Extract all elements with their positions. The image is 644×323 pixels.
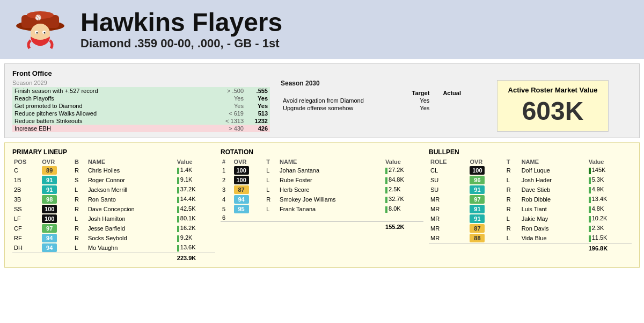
col-target: Target [401,89,432,97]
fo-goal-text: Increase EBH [12,125,216,132]
player-pos: LF [12,214,40,224]
table-row: MR 97 R Rob Dibble 13.4K [429,195,632,204]
value-bar [589,235,591,242]
rot-name: Smokey Joe Williams [278,195,384,204]
value-bar [177,216,179,222]
season-2029-label: Season 2029 [12,80,270,86]
ovr-badge: 94 [42,234,57,242]
player-name: Jesse Barfield [86,224,175,233]
bp-value: 4.8K [587,204,632,214]
market-value-box: Active Roster Market Value 603K [497,80,609,132]
player-value: 1.4K [175,166,215,175]
fo-goal-row: Reduce pitchers Walks Allowed < 619 513 [12,110,270,117]
bp-ovr: 91 [468,185,504,195]
bp-col-role: ROLE [429,158,468,166]
svg-point-7 [44,32,46,34]
rot-num: 2 [221,175,232,185]
fo-2030-goal-row: Upgrade offense somehow Yes [281,104,463,112]
player-value: 80.1K [175,214,215,224]
player-value: 9.2K [175,233,215,243]
value-bar [589,226,591,232]
player-ovr: 89 [40,166,73,175]
player-hand: S [73,175,86,185]
fo-goal-actual: Yes [246,102,270,110]
bp-hand: R [505,195,520,204]
ovr-badge: 95 [234,205,249,213]
fo-2030-goal-row: Avoid relegation from Diamond Yes [281,97,463,104]
rot-ovr: 100 [232,166,265,175]
player-value: 13.6K [175,243,215,253]
ovr-badge: 100 [42,214,57,223]
ovr-badge: 94 [42,243,57,252]
player-pos: SS [12,204,40,214]
rot-name: Rube Foster [278,175,384,185]
bp-col-name: NAME [520,158,587,166]
table-row: SU 96 L Josh Hader 5.3K [429,175,632,185]
player-value: 42.5K [175,204,215,214]
fo-goal-row: Increase EBH > 430 426 [12,125,270,132]
rot-ovr [232,214,265,222]
player-name: Chris Hoiles [86,166,175,175]
ovr-badge: 94 [234,195,249,204]
value-bar [385,187,387,193]
bp-ovr: 91 [468,204,504,214]
svg-text:⚾: ⚾ [35,14,42,21]
rot-col-t: T [265,158,278,166]
player-name: Roger Connor [86,175,175,185]
fo-goal-target: > 430 [216,125,246,132]
bp-role: MR [429,224,468,233]
rot-name: Johan Santana [278,166,384,175]
rot-col-ovr: OVR [232,158,265,166]
value-bar [177,235,179,242]
ovr-badge: 100 [42,205,57,213]
player-ovr: 98 [40,195,73,204]
table-row: LF 100 L Josh Hamilton 80.1K [12,214,215,224]
bp-hand: L [505,175,520,185]
fo-goal-actual: 513 [246,110,270,117]
fo-goal-row: Reach Playoffs Yes Yes [12,95,270,102]
market-value-number: 603K [508,96,598,126]
market-value-block: Active Roster Market Value 603K [474,80,632,132]
player-name: Josh Hamilton [86,214,175,224]
bp-role: MR [429,233,468,243]
rot-num: 3 [221,185,232,195]
bp-name: Vida Blue [520,233,587,243]
fo-title: Front Office [12,69,632,77]
lineup-col-name: NAME [86,158,175,166]
fo-2030-actual [431,104,463,112]
rot-col-value: Value [384,158,423,166]
front-office-section: Front Office Season 2029 Finish season w… [4,63,640,138]
table-row: 1 100 L Johan Santana 27.2K [221,166,423,175]
bp-name: Dave Stieb [520,185,587,195]
ovr-badge: 91 [470,205,485,213]
bullpen-total-value: 196.8K [587,243,632,253]
fo-goal-actual: Yes [246,95,270,102]
fo-2030-target: Yes [401,97,432,104]
rot-hand [265,214,278,222]
bp-hand: R [505,224,520,233]
rot-hand: L [265,204,278,214]
fo-goal-row: Get promoted to Diamond Yes Yes [12,102,270,110]
player-value: 14.4K [175,195,215,204]
bp-ovr: 97 [468,195,504,204]
player-hand: R [73,233,86,243]
table-row: SU 91 R Dave Stieb 4.9K [429,185,632,195]
player-ovr: 100 [40,214,73,224]
table-row: MR 91 L Jakie May 10.2K [429,214,632,224]
rot-num: 1 [221,166,232,175]
table-row: 3 87 L Herb Score 2.5K [221,185,423,195]
ovr-badge: 96 [470,176,485,184]
rot-ovr: 87 [232,185,265,195]
rot-hand: L [265,175,278,185]
table-row: SS 100 R Dave Concepcion 42.5K [12,204,215,214]
player-hand: R [73,195,86,204]
value-bar [589,197,591,203]
fo-goal-text: Finish season with +.527 record [12,87,216,95]
bp-name: Ron Davis [520,224,587,233]
player-ovr: 100 [40,204,73,214]
player-value: 16.2K [175,224,215,233]
value-bar [589,177,591,184]
lineup-table: POS OVR B NAME Value C 89 R Chris Hoiles… [12,158,215,262]
lineup-col-ovr: OVR [40,158,73,166]
bp-value: 5.3K [587,175,632,185]
